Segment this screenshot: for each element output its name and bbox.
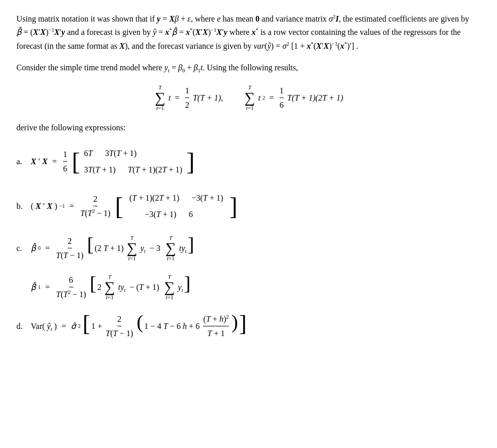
intro-paragraph: Using matrix notation it was shown that … [16,12,481,53]
expr-b: b. (X′X)−1 = 2 T(T2 − 1) [ (T + 1)(2T + … [16,189,481,223]
main-content: Using matrix notation it was shown that … [16,12,481,340]
label-d: d. [16,320,31,333]
sum-t-formula: T ∑ t=1 t = 1 2 T(T + 1), [154,84,223,112]
expr-beta1: β̂1 = 6 T(T2 − 1) [ 2 T ∑ t=1 tyt − (T +… [31,274,481,301]
consider-paragraph: Consider the simple time trend model whe… [16,61,481,74]
expr-a: a. X′X = 1 6 [ 6T 3T(T + 1) 3T(T + 1) T(… [16,145,481,178]
label-a: a. [16,155,31,168]
label-b: b. [16,200,31,213]
summation-formulas: T ∑ t=1 t = 1 2 T(T + 1), T ∑ t=1 t2 = 1 [16,84,481,112]
sum-t2-formula: T ∑ t=1 t2 = 1 6 T(T + 1)(2T + 1) [244,84,343,112]
expr-c: c. β̂0 = 2 T(T − 1) [ (2T + 1) T ∑ t=1 y… [16,235,481,262]
expr-d: d. Var(ŷt) = σ̂2 [ 1 + 2 T(T − 1) ( [16,313,481,340]
derive-paragraph: derive the following expressions: [16,121,481,134]
label-c: c. [16,242,31,255]
